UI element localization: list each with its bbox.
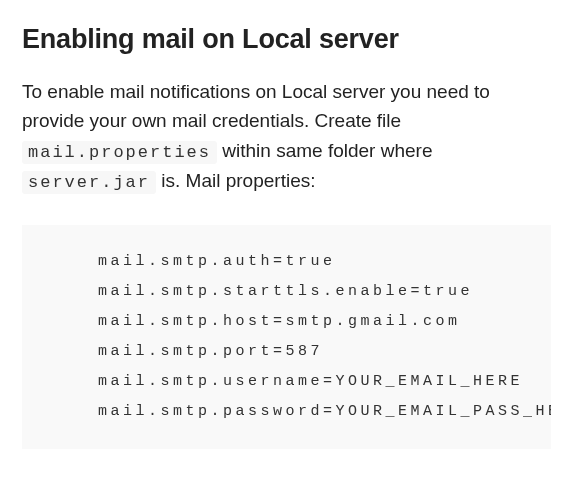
section-heading: Enabling mail on Local server bbox=[22, 24, 551, 55]
code-line: mail.smtp.username=YOUR_EMAIL_HERE bbox=[98, 373, 523, 390]
code-line: mail.smtp.host=smtp.gmail.com bbox=[98, 313, 461, 330]
desc-text-2: within same folder where bbox=[217, 140, 432, 161]
code-line: mail.smtp.auth=true bbox=[98, 253, 336, 270]
code-line: mail.smtp.starttls.enable=true bbox=[98, 283, 473, 300]
inline-code-server-jar: server.jar bbox=[22, 171, 156, 194]
desc-text-3: is. Mail properties: bbox=[156, 170, 315, 191]
code-line: mail.smtp.password=YOUR_EMAIL_PASS_HERE bbox=[98, 403, 551, 420]
code-block-mail-properties: mail.smtp.auth=true mail.smtp.starttls.e… bbox=[22, 225, 551, 449]
desc-text-1: To enable mail notifications on Local se… bbox=[22, 81, 490, 131]
inline-code-mail-properties: mail.properties bbox=[22, 141, 217, 164]
section-description: To enable mail notifications on Local se… bbox=[22, 77, 551, 197]
code-line: mail.smtp.port=587 bbox=[98, 343, 323, 360]
